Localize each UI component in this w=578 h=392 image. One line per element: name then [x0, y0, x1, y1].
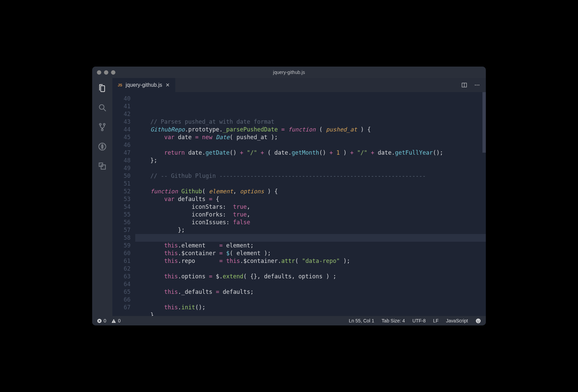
line-number: 41	[112, 103, 131, 110]
line-number: 59	[112, 242, 131, 249]
code-line[interactable]: // Parses pushed_at with date format	[137, 118, 486, 126]
line-number: 63	[112, 273, 131, 280]
line-number: 49	[112, 164, 131, 172]
line-number: 65	[112, 288, 131, 296]
scrollbar-thumb[interactable]	[482, 92, 486, 153]
error-icon	[97, 318, 102, 323]
svg-point-3	[103, 123, 105, 125]
zoom-window-icon[interactable]	[111, 70, 115, 75]
close-window-icon[interactable]	[97, 70, 101, 75]
code-line[interactable]	[137, 296, 486, 304]
code-line[interactable]: return date.getDate() + "/" + ( date.get…	[137, 149, 486, 157]
code-line[interactable]	[137, 280, 486, 288]
feedback-icon[interactable]	[475, 318, 481, 324]
line-number: 51	[112, 180, 131, 188]
status-tabsize[interactable]: Tab Size: 4	[382, 318, 405, 323]
titlebar: jquery-github.js	[92, 67, 486, 78]
line-number: 48	[112, 157, 131, 164]
code-content[interactable]: // Parses pushed_at with date format Git…	[137, 92, 486, 316]
line-number: 55	[112, 211, 131, 219]
tab-jquery-github[interactable]: JS jquery-github.js ✕	[112, 78, 175, 92]
code-line[interactable]: this.$container = $( element );	[137, 249, 486, 257]
code-line[interactable]: iconIssues: false	[137, 219, 486, 226]
svg-rect-15	[113, 322, 114, 322]
svg-point-0	[99, 105, 104, 109]
line-number: 57	[112, 226, 131, 234]
svg-line-1	[104, 109, 106, 111]
code-line[interactable]: function Github( element, options ) {	[137, 188, 486, 195]
tab-actions	[461, 78, 486, 92]
line-number: 40	[112, 95, 131, 103]
svg-point-4	[101, 129, 103, 131]
code-line[interactable]: // -- Github Plugin --------------------…	[137, 172, 486, 180]
code-line[interactable]	[135, 234, 486, 242]
code-line[interactable]: }	[137, 311, 486, 316]
status-warnings[interactable]: 0	[111, 318, 121, 323]
minimize-window-icon[interactable]	[104, 70, 108, 75]
svg-point-18	[479, 320, 479, 321]
tab-filename: jquery-github.js	[125, 82, 162, 88]
file-lang-badge: JS	[118, 83, 122, 87]
line-number: 54	[112, 203, 131, 211]
close-tab-icon[interactable]: ✕	[166, 82, 170, 88]
code-line[interactable]: var defaults = {	[137, 195, 486, 203]
line-number: 46	[112, 141, 131, 149]
code-line[interactable]: var date = new Date( pushed_at );	[137, 133, 486, 141]
svg-point-16	[476, 318, 480, 323]
status-encoding[interactable]: UTF-8	[412, 318, 426, 323]
warning-icon	[111, 318, 116, 323]
svg-point-10	[475, 85, 476, 86]
status-language[interactable]: JavaScript	[446, 318, 468, 323]
status-bar: 0 0 Ln 55, Col 1 Tab Size: 4 UTF-8 LF Ja…	[92, 316, 486, 325]
code-line[interactable]: this.options = $.extend( {}, defaults, o…	[137, 273, 486, 280]
code-line[interactable]	[137, 180, 486, 188]
more-actions-icon[interactable]	[474, 82, 480, 88]
warning-count: 0	[118, 318, 121, 323]
line-number: 52	[112, 188, 131, 195]
status-cursor[interactable]: Ln 55, Col 1	[349, 318, 374, 323]
svg-point-2	[100, 123, 101, 125]
line-number: 56	[112, 219, 131, 226]
extensions-icon[interactable]	[96, 160, 108, 172]
line-gutter: 4041424344454647484950515253545556575859…	[112, 92, 137, 316]
line-number: 42	[112, 110, 131, 118]
code-line[interactable]: this._defaults = defaults;	[137, 288, 486, 296]
window-title: jquery-github.js	[92, 70, 486, 75]
code-line[interactable]: iconForks: true,	[137, 211, 486, 219]
svg-point-11	[477, 85, 478, 86]
search-icon[interactable]	[96, 102, 108, 114]
code-line[interactable]: };	[137, 157, 486, 164]
code-line[interactable]	[137, 141, 486, 149]
code-line[interactable]: iconStars: true,	[137, 203, 486, 211]
code-editor[interactable]: 4041424344454647484950515253545556575859…	[112, 92, 486, 316]
source-control-icon[interactable]	[96, 121, 108, 133]
code-line[interactable]	[137, 164, 486, 172]
status-errors[interactable]: 0	[97, 318, 106, 323]
svg-point-17	[477, 320, 478, 321]
explorer-icon[interactable]	[96, 82, 108, 94]
window-controls[interactable]	[97, 70, 115, 75]
line-number: 62	[112, 265, 131, 273]
status-eol[interactable]: LF	[433, 318, 438, 323]
editor-window: jquery-github.js JS	[92, 67, 486, 325]
code-line[interactable]	[137, 265, 486, 273]
line-number: 47	[112, 149, 131, 157]
line-number: 53	[112, 195, 131, 203]
code-line[interactable]: };	[137, 226, 486, 234]
code-line[interactable]: this.repo = this.$container.attr( "data-…	[137, 257, 486, 265]
editor-area: JS jquery-github.js ✕ 404142434445464748…	[112, 78, 486, 316]
split-editor-icon[interactable]	[461, 82, 468, 88]
code-line[interactable]: this.element = element;	[137, 242, 486, 249]
line-number: 67	[112, 304, 131, 311]
svg-rect-14	[113, 320, 114, 321]
line-number: 50	[112, 172, 131, 180]
code-line[interactable]: GithubRepo.prototype._parsePushedDate = …	[137, 126, 486, 133]
activity-bar	[92, 78, 112, 316]
line-number: 60	[112, 249, 131, 257]
line-number: 45	[112, 133, 131, 141]
debug-icon[interactable]	[96, 141, 108, 153]
line-number: 66	[112, 296, 131, 304]
line-number: 61	[112, 257, 131, 265]
svg-rect-7	[101, 165, 106, 169]
code-line[interactable]: this.init();	[137, 304, 486, 311]
